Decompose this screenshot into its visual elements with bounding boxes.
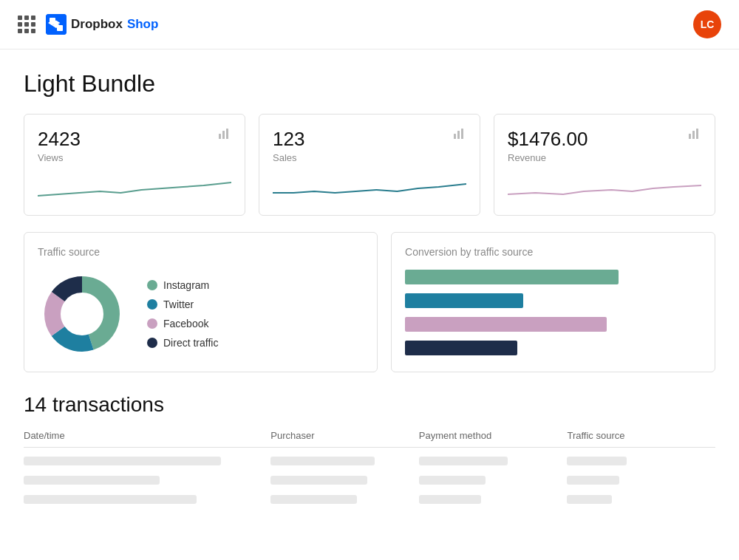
col-payment: Payment method: [419, 430, 568, 441]
svg-rect-6: [226, 129, 228, 139]
legend-dot-instagram: [147, 280, 157, 290]
main-content: Light Bundle 2423 Views: [0, 49, 739, 535]
svg-rect-4: [219, 134, 221, 139]
skeleton-cell: [270, 457, 374, 465]
stat-views-value: 2423: [38, 128, 81, 151]
legend-dot-facebook: [147, 318, 157, 329]
legend-label-facebook: Facebook: [163, 318, 208, 329]
legend-item-direct: Direct traffic: [147, 337, 218, 349]
svg-rect-8: [454, 134, 456, 139]
skeleton-cell: [24, 495, 197, 504]
stat-card-revenue: $1476.00 Revenue: [494, 114, 715, 216]
svg-rect-10: [461, 129, 463, 139]
page-title: Light Bundle: [24, 70, 715, 98]
svg-rect-5: [222, 131, 225, 139]
stat-views-label: Views: [38, 152, 231, 163]
stat-card-views-header: 2423: [38, 128, 231, 151]
bar-row-direct: [405, 341, 701, 355]
skeleton-cell: [567, 457, 626, 465]
legend-item-facebook: Facebook: [147, 318, 218, 329]
stat-card-sales: 123 Sales: [259, 114, 480, 216]
header-left: Dropbox Shop: [18, 14, 158, 35]
stat-card-revenue-header: $1476.00: [508, 128, 701, 151]
legend-label-direct: Direct traffic: [163, 337, 218, 349]
conversion-title: Conversion by traffic source: [405, 246, 701, 258]
stat-cards-row: 2423 Views 123: [24, 114, 715, 216]
bar-direct: [405, 341, 517, 355]
traffic-legend: Instagram Twitter Facebook Direct traffi…: [147, 279, 218, 349]
bar-instagram: [405, 270, 619, 284]
bar-facebook: [405, 317, 607, 332]
traffic-source-title: Traffic source: [38, 246, 364, 258]
skeleton-cell: [567, 495, 611, 504]
stat-card-sales-header: 123: [273, 128, 466, 151]
svg-rect-11: [689, 134, 691, 139]
sparkline-sales: [273, 172, 466, 202]
transactions-section: 14 transactions Date/time Purchaser Paym…: [24, 393, 715, 504]
middle-section: Traffic source: [24, 232, 715, 372]
table-row: [24, 476, 715, 485]
logo-shop-text: Shop: [127, 17, 159, 32]
table-header: Date/time Purchaser Payment method Traff…: [24, 430, 715, 448]
svg-point-18: [61, 293, 103, 335]
avatar[interactable]: LC: [693, 10, 721, 38]
legend-label-twitter: Twitter: [163, 298, 194, 310]
legend-item-twitter: Twitter: [147, 298, 218, 310]
skeleton-cell: [24, 476, 160, 485]
donut-chart: [38, 270, 126, 358]
legend-item-instagram: Instagram: [147, 279, 218, 291]
svg-rect-13: [696, 129, 698, 139]
bar-twitter: [405, 293, 523, 308]
chart-icon-sales[interactable]: [453, 128, 466, 143]
svg-rect-7: [219, 128, 231, 129]
chart-icon-views[interactable]: [218, 128, 231, 143]
transactions-count: 14: [24, 393, 47, 416]
col-datetime: Date/time: [24, 430, 270, 441]
table-row: [24, 457, 715, 465]
traffic-content: Instagram Twitter Facebook Direct traffi…: [38, 270, 364, 358]
transactions-label-text: transactions: [52, 393, 164, 416]
skeleton-cell: [270, 476, 367, 485]
logo-area: Dropbox Shop: [46, 14, 158, 35]
chart-icon-revenue[interactable]: [688, 128, 701, 143]
legend-label-instagram: Instagram: [163, 279, 209, 291]
transactions-title: 14 transactions: [24, 393, 715, 417]
stat-revenue-label: Revenue: [508, 152, 701, 163]
stat-card-views: 2423 Views: [24, 114, 245, 216]
svg-rect-12: [692, 131, 695, 139]
dropbox-logo-icon: [46, 14, 67, 35]
bar-row-instagram: [405, 270, 701, 284]
svg-rect-9: [457, 131, 460, 139]
col-purchaser: Purchaser: [270, 430, 419, 441]
sparkline-views: [38, 172, 231, 202]
stat-sales-label: Sales: [273, 152, 466, 163]
bar-row-facebook: [405, 317, 701, 332]
col-traffic: Traffic source: [567, 430, 715, 441]
stat-sales-value: 123: [273, 128, 304, 151]
table-row: [24, 495, 715, 504]
skeleton-cell: [419, 495, 481, 504]
skeleton-cell: [270, 495, 356, 504]
legend-dot-twitter: [147, 299, 157, 310]
bar-row-twitter: [405, 293, 701, 308]
conversion-card: Conversion by traffic source: [391, 232, 715, 372]
sparkline-revenue: [508, 172, 701, 202]
traffic-source-card: Traffic source: [24, 232, 378, 372]
grid-menu-icon[interactable]: [18, 16, 35, 33]
skeleton-cell: [419, 457, 508, 465]
bar-chart: [405, 270, 701, 355]
skeleton-cell: [24, 457, 221, 465]
skeleton-cell: [419, 476, 486, 485]
logo-dropbox-text: Dropbox: [71, 17, 123, 32]
legend-dot-direct: [147, 338, 157, 348]
stat-revenue-value: $1476.00: [508, 128, 588, 151]
app-header: Dropbox Shop LC: [0, 0, 739, 49]
skeleton-cell: [567, 476, 619, 485]
